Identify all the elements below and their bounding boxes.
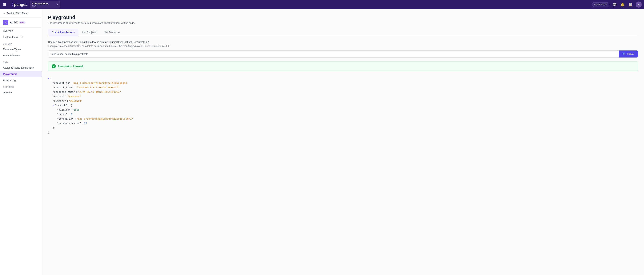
schema-section-label: SCHEMA bbox=[0, 40, 42, 46]
logo-icon: 〈 bbox=[9, 2, 13, 7]
activity-log-label: Activity Log bbox=[3, 79, 16, 82]
check-permissions-panel: Check subject permissions, using the fol… bbox=[48, 40, 638, 136]
playground-label: Playground bbox=[3, 72, 17, 75]
back-label: Back to Main Menu bbox=[7, 12, 28, 15]
top-nav-right: Credit $4.37 💬 🔔 📋 K bbox=[592, 1, 642, 7]
collapse-result[interactable]: ▼ bbox=[52, 104, 54, 107]
permission-input[interactable] bbox=[48, 50, 619, 57]
tab-list-resources[interactable]: List Resources bbox=[100, 29, 124, 36]
beta-badge: Beta bbox=[19, 21, 26, 24]
settings-section-label: SETTINGS bbox=[0, 83, 42, 89]
sidebar-item-assigned-roles[interactable]: Assigned Roles & Relations bbox=[0, 64, 42, 71]
service-selector[interactable]: Authorization AWS ▾ bbox=[30, 1, 60, 8]
data-section-label: DATA bbox=[0, 59, 42, 64]
json-key-depth: "depth" bbox=[57, 112, 68, 117]
assigned-roles-label: Assigned Roles & Relations bbox=[3, 66, 34, 69]
json-schema-id: "schema_id" : "pzs_qrqnn6ocm365w2jaxmhk5… bbox=[48, 117, 638, 121]
json-key-result: "result" bbox=[55, 103, 67, 108]
top-nav-left: ☰ 〈 pangea Authorization AWS ▾ bbox=[2, 1, 592, 8]
sidebar-item-explore-api[interactable]: Explore the API ↗ bbox=[0, 34, 42, 40]
check-description-line1: Check subject permissions, using the fol… bbox=[48, 40, 638, 43]
resource-types-label: Resource Types bbox=[3, 48, 21, 51]
json-viewer: ▼ { "request_id" : prq_45nlw5xku5tbiicr2… bbox=[48, 75, 638, 136]
logo: 〈 pangea bbox=[9, 2, 28, 7]
check-btn-label: Check bbox=[627, 52, 634, 55]
chat-icon[interactable]: 💬 bbox=[612, 2, 617, 7]
check-button[interactable]: 🔍 Check bbox=[619, 50, 638, 57]
json-key-response-time: "response_time" bbox=[52, 90, 75, 94]
main-layout: ← Back to Main Menu A AuthZ Beta Overvie… bbox=[0, 9, 644, 275]
logo-text: pangea bbox=[14, 2, 28, 7]
json-key-request-id: "request_id" bbox=[52, 81, 70, 85]
explore-api-label: Explore the API bbox=[3, 36, 20, 38]
general-label: General bbox=[3, 91, 12, 94]
sidebar-service-name: AuthZ bbox=[10, 21, 18, 24]
json-result-close: } bbox=[48, 125, 638, 130]
json-schema-version: "schema_version" : 36 bbox=[48, 121, 638, 125]
sidebar-service: A AuthZ Beta bbox=[0, 17, 42, 28]
sidebar-item-activity-log[interactable]: Activity Log bbox=[0, 77, 42, 83]
roles-access-label: Roles & Access bbox=[3, 54, 20, 57]
tab-check-permissions[interactable]: Check Permissions bbox=[48, 29, 78, 36]
sidebar-item-resource-types[interactable]: Resource Types bbox=[0, 46, 42, 52]
service-text: Authorization AWS bbox=[32, 2, 48, 7]
page-title: Playground bbox=[48, 14, 638, 20]
tab-list-subjects[interactable]: List Subjects bbox=[78, 29, 100, 36]
service-title: Authorization bbox=[32, 2, 48, 5]
result-banner: ✓ Permission Allowed bbox=[48, 61, 638, 71]
json-val-allowed: true bbox=[74, 108, 80, 112]
result-allowed-text: Permission Allowed bbox=[58, 65, 83, 68]
check-description-line2: Example: To check if user 123 has delete… bbox=[48, 44, 638, 47]
bell-icon[interactable]: 🔔 bbox=[620, 2, 625, 7]
back-to-main-menu[interactable]: ← Back to Main Menu bbox=[0, 9, 42, 17]
page-subtitle: The playground allows you to perform per… bbox=[48, 21, 638, 24]
json-val-schema-id: "pzs_qrqnn6ocm365w2jaxmhk5zpo5sveuhhl" bbox=[76, 117, 133, 121]
sidebar-item-general[interactable]: General bbox=[0, 89, 42, 96]
service-icon: A bbox=[3, 20, 8, 25]
json-summary: "summary" : "Allowed" bbox=[48, 99, 638, 103]
json-val-schema-version: 36 bbox=[84, 121, 87, 125]
json-status: "status" : "Success" bbox=[48, 94, 638, 99]
user-avatar[interactable]: K bbox=[636, 1, 642, 7]
permission-input-row: 🔍 Check bbox=[48, 50, 638, 57]
check-search-icon: 🔍 bbox=[622, 52, 626, 55]
json-close-brace: } bbox=[48, 130, 638, 134]
json-val-request-time: "2024-05-17T10:36:39.058407Z" bbox=[76, 85, 120, 90]
json-request-time: "request_time" : "2024-05-17T10:36:39.05… bbox=[48, 85, 638, 90]
json-key-status: "status" bbox=[52, 94, 64, 99]
json-request-id: "request_id" : prq_45nlw5xku5tbiicr2jvge… bbox=[48, 81, 638, 85]
json-key-summary: "summary" bbox=[52, 99, 66, 103]
collapse-root[interactable]: ▼ bbox=[48, 77, 49, 81]
credit-badge: Credit $4.37 bbox=[592, 2, 609, 7]
json-line-open: ▼ { bbox=[48, 77, 638, 81]
json-key-request-time: "request_time" bbox=[52, 85, 73, 90]
main-content: Playground The playground allows you to … bbox=[42, 9, 644, 275]
sidebar: ← Back to Main Menu A AuthZ Beta Overvie… bbox=[0, 9, 42, 275]
json-open-brace: { bbox=[50, 77, 52, 81]
service-dropdown-arrow: ▾ bbox=[57, 3, 58, 6]
sidebar-item-overview[interactable]: Overview bbox=[0, 28, 42, 34]
hamburger-icon[interactable]: ☰ bbox=[2, 2, 7, 7]
external-link-icon: ↗ bbox=[22, 36, 24, 38]
json-allowed: "allowed" : true bbox=[48, 108, 638, 112]
json-key-allowed: "allowed" bbox=[57, 108, 70, 112]
json-val-response-time: "2024-05-17T10:36:39.168136Z" bbox=[78, 90, 121, 94]
json-val-summary: "Allowed" bbox=[69, 99, 82, 103]
sidebar-item-playground[interactable]: Playground bbox=[0, 71, 42, 77]
service-sub: AWS bbox=[32, 5, 48, 7]
list-icon[interactable]: 📋 bbox=[628, 2, 633, 7]
json-result-open: ▼ "result" : { bbox=[48, 103, 638, 108]
json-response-time: "response_time" : "2024-05-17T10:36:39.1… bbox=[48, 90, 638, 94]
back-arrow-icon: ← bbox=[3, 12, 6, 15]
allowed-check-icon: ✓ bbox=[52, 64, 56, 68]
sidebar-item-roles-access[interactable]: Roles & Access bbox=[0, 52, 42, 59]
json-key-schema-id: "schema_id" bbox=[57, 117, 74, 121]
json-val-request-id: prq_45nlw5xku5tbiicr2jvge5t6dk2qkqk3 bbox=[73, 81, 127, 85]
json-depth: "depth" : 2 bbox=[48, 112, 638, 117]
top-nav: ☰ 〈 pangea Authorization AWS ▾ Credit $4… bbox=[0, 0, 644, 9]
tabs-bar: Check Permissions List Subjects List Res… bbox=[48, 29, 638, 36]
overview-label: Overview bbox=[3, 29, 13, 32]
json-val-status: "Success" bbox=[68, 94, 81, 99]
json-val-depth: 2 bbox=[70, 112, 72, 117]
json-key-schema-version: "schema_version" bbox=[57, 121, 81, 125]
